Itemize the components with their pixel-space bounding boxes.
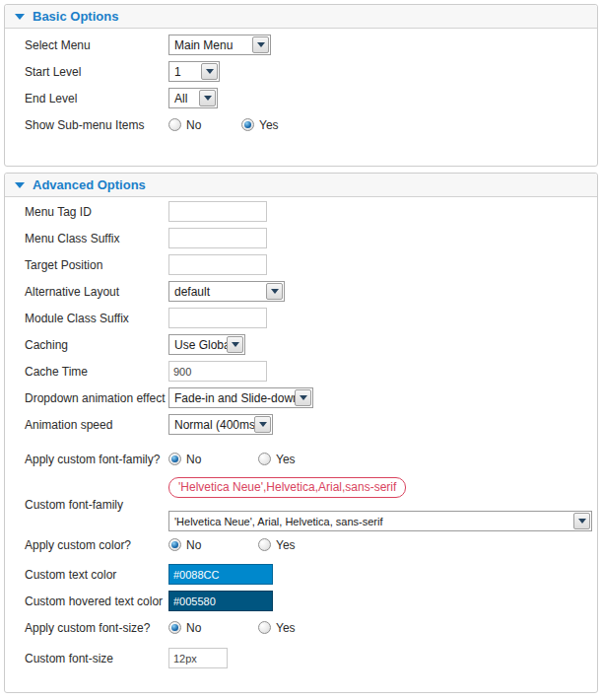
custom-font-family-label: Custom font-family xyxy=(25,498,123,512)
apply-font-family-label: Apply custom font-family? xyxy=(25,453,168,466)
radio-yes-label: Yes xyxy=(259,118,279,132)
advanced-options-body: Menu Tag ID Menu Class Suffix Target Pos… xyxy=(5,197,597,671)
form-row: Apply custom font-size? No Yes xyxy=(5,614,597,641)
radio-yes-label: Yes xyxy=(276,538,296,552)
menu-class-suffix-label: Menu Class Suffix xyxy=(25,232,168,245)
show-submenu-yes-radio[interactable] xyxy=(241,118,254,131)
dropdown-animation-dropdown[interactable]: Fade-in and Slide-down xyxy=(168,387,313,408)
form-row: Select Menu Main Menu xyxy=(5,32,597,58)
radio-option-no: No xyxy=(168,118,241,132)
end-level-value: All xyxy=(169,92,192,105)
target-position-input[interactable] xyxy=(168,254,267,275)
chevron-down-icon xyxy=(295,389,311,406)
form-row: Custom hovered text color xyxy=(5,588,597,614)
select-menu-value: Main Menu xyxy=(169,38,237,52)
caching-value: Use Global xyxy=(169,338,227,352)
form-row: Caching Use Global xyxy=(5,331,597,358)
apply-font-size-label: Apply custom font-size? xyxy=(25,621,168,635)
form-row: Menu Class Suffix xyxy=(5,225,597,251)
custom-hover-color-input[interactable] xyxy=(168,591,273,611)
start-level-value: 1 xyxy=(169,65,186,79)
form-row: Alternative Layout default xyxy=(5,278,597,305)
apply-color-yes-radio[interactable] xyxy=(258,538,271,551)
caching-label: Caching xyxy=(25,338,168,352)
collapse-arrow-icon xyxy=(15,182,25,188)
custom-font-family-pill: 'Helvetica Neue',Helvetica,Arial,sans-se… xyxy=(168,477,406,498)
radio-no-label: No xyxy=(186,118,201,132)
alternative-layout-label: Alternative Layout xyxy=(25,285,168,299)
apply-color-no-radio[interactable] xyxy=(168,538,181,551)
select-menu-dropdown[interactable]: Main Menu xyxy=(168,35,271,55)
module-class-suffix-input[interactable] xyxy=(168,308,267,328)
chevron-down-icon xyxy=(573,513,590,529)
chevron-down-icon xyxy=(252,36,269,53)
chevron-down-icon xyxy=(201,63,218,80)
panel-title: Advanced Options xyxy=(33,177,146,192)
apply-font-family-no-radio[interactable] xyxy=(168,453,181,465)
module-class-suffix-label: Module Class Suffix xyxy=(25,312,168,325)
form-row: Apply custom color? No Yes xyxy=(5,531,597,558)
dropdown-animation-label: Dropdown animation effect xyxy=(25,391,168,405)
basic-options-body: Select Menu Main Menu Start Level 1 End … xyxy=(5,29,597,138)
form-row: End Level All xyxy=(5,85,597,111)
custom-font-family-row: Custom font-family 'Helvetica Neue',Helv… xyxy=(5,477,597,531)
form-row: Apply custom font-family? No Yes xyxy=(5,446,597,472)
form-row: Custom font-size xyxy=(5,645,597,671)
select-menu-label: Select Menu xyxy=(25,38,168,52)
animation-speed-value: Normal (400ms) xyxy=(169,418,254,432)
radio-option-no: No xyxy=(168,621,258,635)
custom-text-color-label: Custom text color xyxy=(25,568,168,582)
form-row: Dropdown animation effect Fade-in and Sl… xyxy=(5,385,597,411)
advanced-options-header[interactable]: Advanced Options xyxy=(5,174,597,197)
custom-font-family-dropdown[interactable]: 'Helvetica Neue', Arial, Helvetica, sans… xyxy=(168,511,592,531)
form-row: Animation speed Normal (400ms) xyxy=(5,411,597,438)
custom-hover-color-label: Custom hovered text color xyxy=(25,595,168,608)
apply-color-label: Apply custom color? xyxy=(25,538,168,552)
custom-font-family-value: 'Helvetica Neue', Arial, Helvetica, sans… xyxy=(169,516,387,527)
show-submenu-label: Show Sub-menu Items xyxy=(25,118,168,132)
chevron-down-icon xyxy=(254,416,271,433)
radio-option-yes: Yes xyxy=(241,118,279,132)
apply-font-size-no-radio[interactable] xyxy=(168,621,181,634)
radio-no-label: No xyxy=(186,538,201,552)
form-row: Start Level 1 xyxy=(5,58,597,85)
show-submenu-no-radio[interactable] xyxy=(168,118,181,131)
form-row: Target Position xyxy=(5,251,597,278)
menu-tag-id-input[interactable] xyxy=(168,201,267,222)
apply-font-family-yes-radio[interactable] xyxy=(258,453,271,465)
apply-font-size-yes-radio[interactable] xyxy=(258,621,271,634)
alternative-layout-dropdown[interactable]: default xyxy=(168,281,285,302)
end-level-label: End Level xyxy=(25,92,168,105)
radio-option-yes: Yes xyxy=(258,538,296,552)
form-row: Menu Tag ID xyxy=(5,198,597,225)
start-level-dropdown[interactable]: 1 xyxy=(168,61,220,82)
form-row: Module Class Suffix xyxy=(5,305,597,331)
target-position-label: Target Position xyxy=(25,258,168,272)
radio-yes-label: Yes xyxy=(276,453,296,466)
end-level-dropdown[interactable]: All xyxy=(168,88,218,108)
cache-time-input[interactable] xyxy=(168,361,267,382)
cache-time-label: Cache Time xyxy=(25,365,168,379)
animation-speed-dropdown[interactable]: Normal (400ms) xyxy=(168,414,273,435)
custom-text-color-input[interactable] xyxy=(168,564,273,585)
chevron-down-icon xyxy=(199,90,216,106)
radio-no-label: No xyxy=(186,453,201,466)
radio-no-label: No xyxy=(186,621,201,635)
alternative-layout-value: default xyxy=(169,285,215,299)
menu-class-suffix-input[interactable] xyxy=(168,228,267,248)
start-level-label: Start Level xyxy=(25,65,168,79)
chevron-down-icon xyxy=(266,283,283,300)
basic-options-header[interactable]: Basic Options xyxy=(5,5,597,29)
radio-option-yes: Yes xyxy=(258,621,296,635)
form-row: Cache Time xyxy=(5,358,597,385)
radio-option-no: No xyxy=(168,538,258,552)
caching-dropdown[interactable]: Use Global xyxy=(168,334,245,355)
menu-tag-id-label: Menu Tag ID xyxy=(25,205,168,219)
form-row: Custom text color xyxy=(5,561,597,588)
panel-title: Basic Options xyxy=(33,9,118,24)
collapse-arrow-icon xyxy=(15,14,25,20)
custom-font-size-label: Custom font-size xyxy=(25,652,168,665)
custom-font-size-input[interactable] xyxy=(168,648,228,668)
basic-options-panel: Basic Options Select Menu Main Menu Star… xyxy=(4,4,598,167)
dropdown-animation-value: Fade-in and Slide-down xyxy=(169,391,295,405)
